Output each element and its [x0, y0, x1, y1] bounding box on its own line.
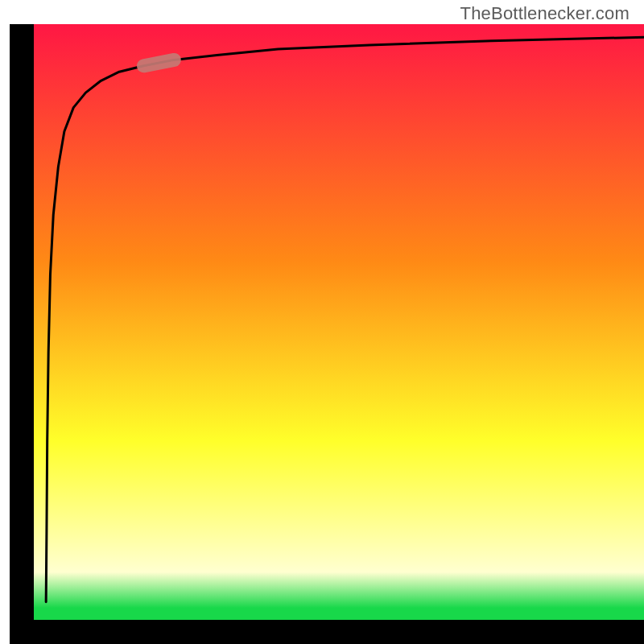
chart-container: { "attribution": "TheBottlenecker.com", … [0, 0, 644, 644]
attribution-label: TheBottlenecker.com [460, 3, 630, 24]
gradient-background [34, 24, 644, 620]
y-axis [10, 24, 34, 644]
highlight-marker [143, 60, 174, 65]
bottleneck-chart [0, 0, 644, 644]
x-axis [10, 620, 644, 644]
